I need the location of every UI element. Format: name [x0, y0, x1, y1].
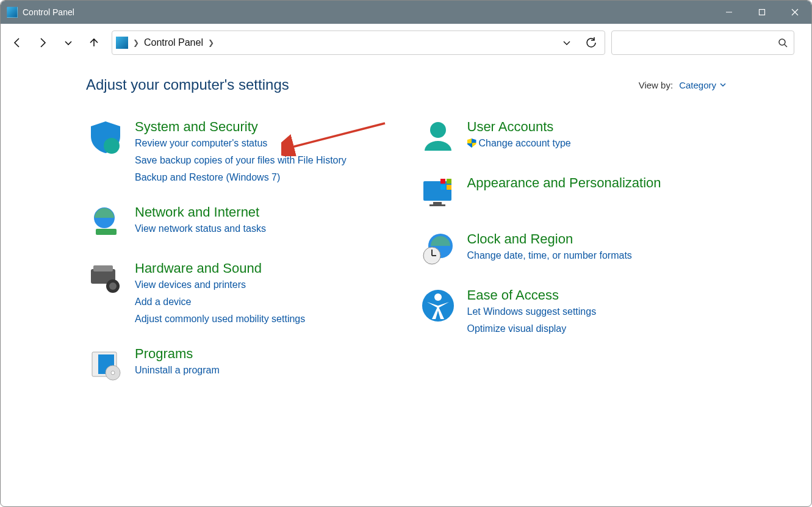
category-title[interactable]: Appearance and Personalization — [467, 175, 661, 190]
window-title: Control Panel — [23, 7, 74, 17]
category-column-right: User Accounts Change account type — [419, 118, 727, 401]
minimize-button[interactable] — [713, 1, 746, 24]
programs-disc-icon — [86, 345, 125, 384]
svg-point-17 — [430, 122, 446, 138]
svg-rect-24 — [447, 185, 451, 190]
globe-network-icon — [86, 203, 125, 242]
category-link[interactable]: Let Windows suggest settings — [467, 303, 597, 320]
svg-point-4 — [779, 39, 785, 45]
printer-camera-icon — [86, 259, 125, 298]
category-column-left: System and Security Review your computer… — [86, 118, 394, 401]
category-ease-of-access: Ease of Access Let Windows suggest setti… — [419, 286, 727, 337]
maximize-button[interactable] — [746, 1, 778, 24]
breadcrumb-item[interactable]: Control Panel — [144, 37, 203, 48]
category-title[interactable]: Clock and Region — [467, 231, 573, 246]
svg-rect-20 — [429, 204, 445, 206]
svg-rect-10 — [93, 265, 113, 271]
view-by-label: View by: — [639, 80, 673, 90]
category-link[interactable]: Change account type — [467, 135, 571, 152]
category-title[interactable]: Network and Internet — [135, 204, 259, 220]
clock-globe-icon — [419, 230, 458, 269]
svg-rect-21 — [440, 179, 445, 184]
monitor-icon — [419, 174, 458, 213]
category-title[interactable]: Hardware and Sound — [135, 261, 262, 276]
svg-rect-18 — [423, 181, 451, 201]
svg-point-6 — [104, 138, 120, 154]
category-title[interactable]: Ease of Access — [467, 287, 559, 303]
category-link[interactable]: View network status and tasks — [135, 220, 266, 237]
svg-rect-22 — [447, 179, 451, 184]
category-programs: Programs Uninstall a program — [86, 345, 394, 384]
category-link[interactable]: Add a device — [135, 293, 305, 311]
category-title[interactable]: System and Security — [135, 119, 258, 134]
category-link[interactable]: View devices and printers — [135, 276, 305, 293]
up-button[interactable] — [82, 31, 106, 54]
view-by: View by: Category — [639, 80, 726, 90]
category-link[interactable]: Review your computer's status — [135, 135, 347, 152]
category-network-internet: Network and Internet View network status… — [86, 203, 394, 242]
search-icon — [778, 38, 788, 48]
category-hardware-sound: Hardware and Sound View devices and prin… — [86, 259, 394, 328]
svg-point-16 — [111, 371, 115, 375]
category-title[interactable]: User Accounts — [467, 119, 554, 134]
recent-locations-button[interactable] — [57, 31, 80, 54]
forward-button[interactable] — [31, 31, 54, 54]
svg-rect-19 — [433, 202, 442, 204]
svg-rect-23 — [440, 185, 445, 190]
svg-point-12 — [109, 282, 117, 290]
category-system-security: System and Security Review your computer… — [86, 118, 394, 186]
control-panel-icon — [116, 37, 128, 49]
category-clock-region: Clock and Region Change date, time, or n… — [419, 230, 727, 269]
address-bar[interactable]: ❯ Control Panel ❯ — [112, 31, 605, 55]
chevron-right-icon[interactable]: ❯ — [208, 38, 214, 47]
shield-icon — [86, 118, 125, 157]
close-button[interactable] — [778, 1, 811, 24]
category-title[interactable]: Programs — [135, 346, 193, 361]
category-user-accounts: User Accounts Change account type — [419, 118, 727, 157]
svg-rect-1 — [760, 10, 765, 15]
svg-rect-8 — [96, 229, 117, 235]
chevron-right-icon[interactable]: ❯ — [133, 38, 139, 47]
toolbar: ❯ Control Panel ❯ — [1, 24, 811, 62]
view-by-dropdown[interactable]: Category — [679, 80, 726, 90]
category-link[interactable]: Save backup copies of your files with Fi… — [135, 152, 347, 169]
svg-line-5 — [785, 45, 787, 47]
back-button[interactable] — [5, 31, 29, 54]
uac-shield-icon — [467, 138, 476, 148]
category-link[interactable]: Change date, time, or number formats — [467, 247, 632, 264]
svg-point-30 — [434, 293, 442, 301]
search-input[interactable] — [611, 31, 794, 55]
refresh-button[interactable] — [581, 33, 601, 52]
category-link[interactable]: Adjust commonly used mobility settings — [135, 311, 305, 328]
titlebar: Control Panel — [1, 1, 811, 24]
address-history-button[interactable] — [557, 33, 577, 52]
user-icon — [419, 118, 458, 157]
category-link[interactable]: Uninstall a program — [135, 362, 220, 379]
category-appearance: Appearance and Personalization — [419, 174, 727, 213]
category-link[interactable]: Optimize visual display — [467, 320, 597, 337]
page-title: Adjust your computer's settings — [86, 76, 289, 93]
chevron-down-icon — [720, 82, 726, 88]
accessibility-icon — [419, 286, 458, 325]
category-link[interactable]: Backup and Restore (Windows 7) — [135, 169, 347, 186]
content-area: Adjust your computer's settings View by:… — [1, 62, 811, 401]
control-panel-icon — [7, 7, 18, 18]
